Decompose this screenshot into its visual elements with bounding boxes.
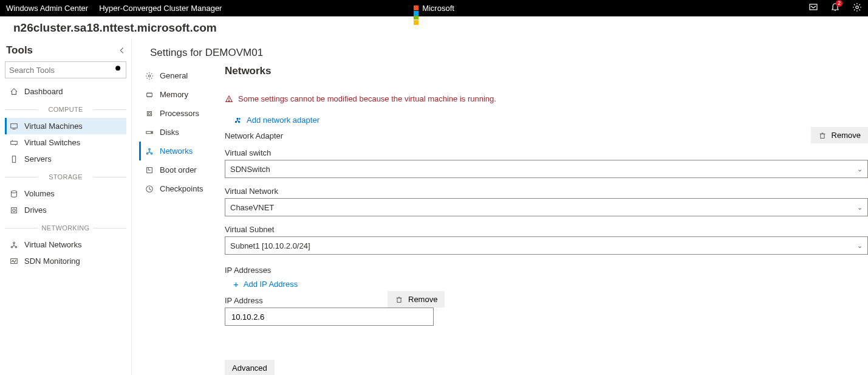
ip-address-label: IP Address: [225, 291, 380, 308]
settings-nav-checkpoints[interactable]: Checkpoints: [139, 179, 214, 198]
settings-nav-networks[interactable]: Networks: [139, 142, 214, 160]
nav-label: Dashboard: [24, 87, 63, 96]
processor-icon: [145, 109, 154, 118]
nav-virtual-machines[interactable]: Virtual Machines: [5, 118, 126, 134]
remove-adapter-button[interactable]: Remove: [811, 127, 868, 143]
virtual-subnet-select[interactable]: Subnet1 [10.10.2.0/24] ⌄: [225, 236, 868, 255]
remove-ip-button[interactable]: Remove: [388, 291, 445, 308]
select-value: ChaseVNET: [230, 203, 274, 212]
microsoft-logo-icon: [414, 3, 419, 13]
monitor-icon: [10, 257, 18, 266]
settings-nav-memory[interactable]: Memory: [139, 85, 214, 104]
disk-icon: [145, 128, 154, 137]
topbar: Windows Admin Center Hyper-Converged Clu…: [0, 0, 868, 16]
svg-point-3: [115, 66, 120, 71]
feedback-icon[interactable]: [808, 2, 818, 14]
settings-nav-disks[interactable]: Disks: [139, 123, 214, 142]
nav-label: General: [160, 71, 188, 80]
section-compute: COMPUTE: [5, 106, 126, 113]
svg-rect-10: [12, 156, 15, 162]
vnet-icon: [10, 241, 18, 249]
svg-point-2: [856, 6, 858, 9]
nav-label: Virtual Networks: [24, 240, 81, 249]
tools-search[interactable]: [5, 61, 126, 78]
nav-label: Boot order: [160, 165, 197, 174]
search-input[interactable]: [5, 61, 126, 78]
nav-drives[interactable]: Drives: [5, 202, 126, 218]
svg-point-29: [151, 132, 152, 132]
network-icon: [145, 147, 154, 156]
nav-label: Virtual Machines: [24, 122, 83, 131]
settings-gear-icon[interactable]: [852, 2, 862, 14]
notifications-icon[interactable]: 2: [830, 2, 840, 14]
link-label: Add network adapter: [247, 115, 320, 125]
svg-point-36: [228, 100, 229, 101]
virtual-subnet-label: Virtual Subnet: [225, 216, 868, 236]
virtual-switch-label: Virtual switch: [225, 143, 868, 160]
nav-sdn-monitoring[interactable]: SDN Monitoring: [5, 253, 126, 269]
ip-address-input-wrap: [225, 308, 434, 326]
section-storage: STORAGE: [5, 173, 126, 181]
add-ip-address-button[interactable]: + Add IP Address: [225, 277, 298, 291]
virtual-network-label: Virtual Network: [225, 178, 868, 198]
button-label: Remove: [832, 131, 861, 140]
chevron-down-icon: ⌄: [857, 242, 863, 250]
vm-icon: [10, 122, 18, 131]
select-value: SDNSwitch: [230, 165, 270, 174]
button-label: Advanced: [232, 363, 267, 373]
select-value: Subnet1 [10.10.2.0/24]: [230, 241, 310, 250]
advanced-button[interactable]: Advanced: [225, 360, 275, 375]
brand-label: Microsoft: [422, 4, 454, 13]
svg-rect-45: [397, 298, 401, 302]
nav-virtual-switches[interactable]: Virtual Switches: [5, 134, 126, 151]
svg-point-39: [237, 118, 238, 119]
search-icon: [114, 64, 123, 75]
settings-sidebar: Settings for DEMOVM01 General Memory Pro…: [132, 38, 214, 375]
boot-icon: [145, 166, 154, 174]
ip-address-input[interactable]: [230, 312, 428, 322]
nav-volumes[interactable]: Volumes: [5, 185, 126, 202]
button-label: Remove: [408, 295, 437, 304]
home-icon: [10, 88, 18, 96]
virtual-network-select[interactable]: ChaseVNET ⌄: [225, 198, 868, 216]
collapse-icon[interactable]: [118, 46, 126, 55]
settings-title: Settings for DEMOVM01: [139, 44, 214, 66]
tools-title: Tools: [6, 44, 33, 57]
nav-virtual-networks[interactable]: Virtual Networks: [5, 236, 126, 253]
nav-label: Servers: [24, 154, 52, 163]
svg-point-11: [12, 190, 17, 193]
nav-label: Processors: [160, 109, 199, 118]
settings-nav-processors[interactable]: Processors: [139, 104, 214, 123]
tools-sidebar: Tools Dashboard COMPUTE Virtual Machines: [0, 38, 132, 375]
section-networking: NETWORKING: [5, 224, 126, 232]
trash-icon: [395, 295, 403, 304]
virtual-switch-select[interactable]: SDNSwitch ⌄: [225, 160, 868, 178]
add-network-adapter-button[interactable]: Add network adapter: [225, 113, 320, 127]
settings-nav-general[interactable]: General: [139, 66, 214, 85]
nav-label: Disks: [160, 128, 179, 137]
nav-servers[interactable]: Servers: [5, 151, 126, 167]
notification-count: 2: [836, 0, 842, 7]
cluster-name: n26cluster.sa18.nttest.microsoft.com: [0, 16, 868, 38]
checkpoint-icon: [145, 185, 154, 193]
tool-name: Hyper-Converged Cluster Manager: [99, 4, 222, 13]
memory-icon: [145, 91, 154, 99]
svg-rect-17: [11, 258, 18, 263]
content-panel: Networks Some settings cannot be modifie…: [214, 38, 868, 375]
switch-icon: [10, 139, 18, 147]
svg-rect-7: [11, 141, 18, 144]
settings-nav-boot-order[interactable]: Boot order: [139, 160, 214, 179]
nav-dashboard[interactable]: Dashboard: [5, 83, 126, 100]
svg-rect-12: [12, 207, 17, 213]
svg-point-18: [148, 75, 151, 77]
nav-label: Volumes: [24, 189, 55, 198]
svg-rect-27: [148, 112, 151, 115]
tool-switcher[interactable]: Hyper-Converged Cluster Manager: [99, 4, 234, 13]
warning-icon: [225, 95, 233, 103]
nav-label: Drives: [24, 205, 47, 215]
brand: Microsoft: [414, 3, 454, 13]
app-name[interactable]: Windows Admin Center: [6, 4, 88, 13]
chevron-down-icon: [225, 4, 234, 13]
svg-rect-5: [11, 123, 18, 128]
plus-icon: +: [233, 280, 239, 289]
